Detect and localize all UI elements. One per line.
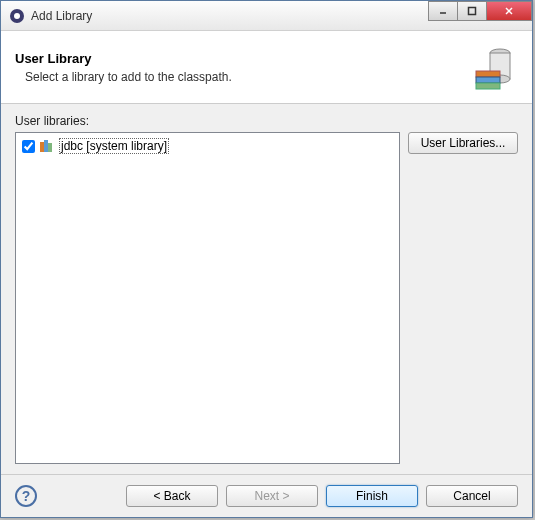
header-text: User Library Select a library to add to … bbox=[15, 51, 460, 84]
svg-rect-9 bbox=[476, 71, 500, 77]
svg-rect-10 bbox=[476, 77, 500, 83]
window-controls bbox=[429, 1, 532, 21]
side-buttons: User Libraries... bbox=[408, 132, 518, 464]
library-label: jdbc [system library] bbox=[59, 138, 169, 154]
svg-rect-14 bbox=[48, 143, 52, 152]
next-button[interactable]: Next > bbox=[226, 485, 318, 507]
finish-button[interactable]: Finish bbox=[326, 485, 418, 507]
cancel-button[interactable]: Cancel bbox=[426, 485, 518, 507]
app-icon bbox=[9, 8, 25, 24]
svg-rect-3 bbox=[469, 7, 476, 14]
titlebar: Add Library bbox=[1, 1, 532, 31]
svg-rect-13 bbox=[44, 140, 48, 152]
footer: ? < Back Next > Finish Cancel bbox=[1, 474, 532, 517]
svg-point-1 bbox=[14, 13, 20, 19]
maximize-button[interactable] bbox=[457, 1, 487, 21]
header-title: User Library bbox=[15, 51, 460, 66]
dialog-window: Add Library User Library Select a librar… bbox=[0, 0, 533, 518]
header-panel: User Library Select a library to add to … bbox=[1, 31, 532, 104]
back-button[interactable]: < Back bbox=[126, 485, 218, 507]
list-label: User libraries: bbox=[15, 114, 518, 128]
window-title: Add Library bbox=[31, 9, 429, 23]
svg-rect-11 bbox=[476, 83, 500, 89]
close-button[interactable] bbox=[486, 1, 532, 21]
header-description: Select a library to add to the classpath… bbox=[15, 70, 460, 84]
library-jar-icon bbox=[470, 43, 518, 91]
library-icon bbox=[39, 139, 55, 153]
user-libraries-list[interactable]: jdbc [system library] bbox=[15, 132, 400, 464]
list-row: jdbc [system library] User Libraries... bbox=[15, 132, 518, 464]
list-item[interactable]: jdbc [system library] bbox=[20, 137, 395, 155]
library-checkbox[interactable] bbox=[22, 140, 35, 153]
content-area: User libraries: jdbc [system library] bbox=[1, 104, 532, 474]
user-libraries-button[interactable]: User Libraries... bbox=[408, 132, 518, 154]
svg-rect-12 bbox=[40, 142, 44, 152]
minimize-button[interactable] bbox=[428, 1, 458, 21]
help-icon[interactable]: ? bbox=[15, 485, 37, 507]
